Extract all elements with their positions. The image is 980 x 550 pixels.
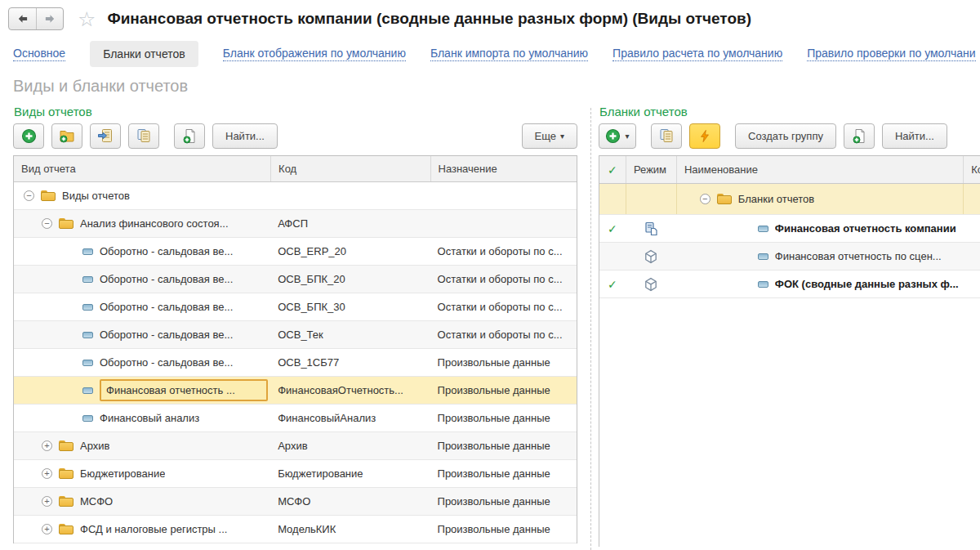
purpose-cell: Остатки и обороты по с... <box>430 293 577 320</box>
more-button-label: Еще <box>535 130 556 142</box>
table-row[interactable]: ✓ФОК (сводные данные разных ф... <box>599 271 980 298</box>
folder-icon <box>41 190 56 201</box>
form-code-cell <box>963 271 980 297</box>
code-cell: ОСВ_БПК_30 <box>270 293 430 320</box>
tab-main[interactable]: Основное <box>13 47 65 61</box>
back-button[interactable] <box>9 8 36 29</box>
table-row[interactable]: Оборотно - сальдовая ве...ОСВ_БПК_30Оста… <box>14 293 577 321</box>
page-title: Виды и бланки отчетов <box>0 70 980 96</box>
report-type-cell: Оборотно - сальдовая ве... <box>14 266 270 293</box>
report-type-name: Архив <box>80 440 109 452</box>
favorite-star-icon[interactable]: ☆ <box>78 9 96 29</box>
add-split-button[interactable]: ▾ <box>599 123 636 149</box>
copy-button[interactable] <box>651 123 682 149</box>
file-plus-icon <box>182 128 197 144</box>
column-header-check[interactable]: ✓ <box>599 156 626 183</box>
table-row[interactable]: −Виды отчетов <box>14 182 577 210</box>
table-row[interactable]: −Бланки отчетов <box>599 184 980 215</box>
collapse-icon[interactable]: − <box>42 218 52 229</box>
folder-icon <box>717 194 732 204</box>
table-row[interactable]: ✓Финансовая отчетность компании <box>599 215 980 243</box>
check-icon: ✓ <box>608 278 617 291</box>
purpose-cell: Остатки и обороты по с... <box>430 266 577 293</box>
expand-icon[interactable]: + <box>42 440 52 451</box>
collapse-icon[interactable]: − <box>24 190 34 201</box>
create-group-button[interactable]: Создать группу <box>735 123 836 149</box>
expand-icon[interactable]: + <box>42 524 52 534</box>
report-type-cell: Финансовый анализ <box>14 405 270 432</box>
form-name: Финансовая отчетность компании <box>775 222 956 235</box>
tab-report-forms[interactable]: Бланки отчетов <box>90 41 198 67</box>
table-row[interactable]: −Анализ финансового состоя...АФСП <box>14 210 577 238</box>
form-name-cell: −Бланки отчетов <box>676 184 963 214</box>
purpose-cell: Произвольные данные <box>430 488 577 515</box>
table-row[interactable]: Финансовый анализФинансовыйАнализПроизво… <box>14 405 577 432</box>
collapse-icon[interactable]: − <box>700 194 710 204</box>
tab-default-calc-rule[interactable]: Правило расчета по умолчанию <box>612 47 782 61</box>
column-header-mode[interactable]: Режим <box>626 156 676 183</box>
expand-icon[interactable]: + <box>42 496 52 507</box>
code-cell <box>270 182 430 209</box>
table-row[interactable]: +БюджетированиеБюджетированиеПроизвольны… <box>14 460 577 488</box>
expand-icon[interactable]: + <box>42 468 52 479</box>
report-type-cell: +Архив <box>14 432 270 459</box>
copy-icon <box>658 128 675 143</box>
report-type-name: Финансовая отчетность ... <box>100 379 268 401</box>
table-row[interactable]: Финансовая отчетность ...ФинансоваяОтчет… <box>14 377 577 405</box>
purpose-cell: Произвольные данные <box>430 405 577 432</box>
find-button[interactable]: Найти... <box>882 123 947 149</box>
table-row[interactable]: Оборотно - сальдовая ве...ОСВ_ERP_20Оста… <box>14 238 577 266</box>
column-header-code[interactable]: Код <box>270 156 430 181</box>
table-row[interactable]: Оборотно - сальдовая ве...ОСВ_ТекОстатки… <box>14 321 577 349</box>
new-from-file-button[interactable] <box>174 123 205 149</box>
more-button[interactable]: Еще ▾ <box>522 123 577 149</box>
column-header-purpose[interactable]: Назначение <box>430 156 577 181</box>
report-types-panel: Виды отчетов Найти... <box>13 105 577 543</box>
tab-default-display-form[interactable]: Бланк отображения по умолчанию <box>223 47 406 61</box>
report-forms-title: Бланки отчетов <box>599 105 980 118</box>
code-cell: ОСВ_Тек <box>270 321 430 348</box>
run-button[interactable] <box>689 123 720 149</box>
new-from-file-button[interactable] <box>844 123 875 149</box>
code-cell: ОСВ_ERP_20 <box>270 238 430 265</box>
forward-button[interactable] <box>36 8 63 29</box>
report-type-cell: +МСФО <box>14 488 270 515</box>
item-icon <box>82 276 93 283</box>
tab-default-import-form[interactable]: Бланк импорта по умолчанию <box>430 47 588 61</box>
mode-cell <box>626 215 676 242</box>
folder-plus-icon <box>59 128 75 143</box>
table-row[interactable]: Финансовая отчетность по сцен... <box>599 243 980 271</box>
column-header-name[interactable]: Наименование <box>676 156 963 183</box>
item-icon <box>82 415 93 422</box>
report-type-cell: Оборотно - сальдовая ве... <box>14 321 270 348</box>
column-header-report-type[interactable]: Вид отчета <box>14 156 270 181</box>
report-type-name: Оборотно - сальдовая ве... <box>100 301 233 313</box>
table-row[interactable]: +МСФОМСФОПроизвольные данные <box>14 488 577 516</box>
move-document-icon <box>97 128 114 143</box>
add-button[interactable] <box>13 123 44 149</box>
form-code-cell <box>963 184 980 214</box>
column-header-code[interactable]: Ко <box>963 156 980 183</box>
tab-bar: Основное Бланки отчетов Бланк отображени… <box>0 38 980 70</box>
report-types-table-header: Вид отчета Код Назначение <box>14 156 577 182</box>
folder-icon <box>59 524 74 534</box>
code-cell: ФинансовыйАнализ <box>270 405 430 432</box>
form-name-cell: Финансовая отчетность по сцен... <box>676 243 963 270</box>
copy-button[interactable] <box>128 123 159 149</box>
table-row[interactable]: +АрхивАрхивПроизвольные данные <box>14 432 577 460</box>
table-row[interactable]: Оборотно - сальдовая ве...ОСВ_БПК_20Оста… <box>14 266 577 293</box>
tab-default-check-rule[interactable]: Правило проверки по умолчани <box>807 47 975 61</box>
add-group-button[interactable] <box>51 123 82 149</box>
form-name-cell: ФОК (сводные данные разных ф... <box>676 271 963 297</box>
find-button[interactable]: Найти... <box>212 123 278 149</box>
table-row[interactable]: +ФСД и налоговые регистры ...МодельКИКПр… <box>14 516 577 543</box>
chevron-down-icon: ▾ <box>625 132 629 141</box>
table-row[interactable]: Оборотно - сальдовая ве...ОСВ_1СБ77Произ… <box>14 349 577 377</box>
report-types-table-body: −Виды отчетов−Анализ финансового состоя.… <box>14 182 577 543</box>
purpose-cell: Произвольные данные <box>430 516 577 543</box>
move-to-group-button[interactable] <box>90 123 121 149</box>
report-type-cell: Оборотно - сальдовая ве... <box>14 293 270 320</box>
mode-cell <box>626 271 676 297</box>
panel-splitter[interactable] <box>590 108 591 550</box>
check-icon: ✓ <box>608 163 617 177</box>
